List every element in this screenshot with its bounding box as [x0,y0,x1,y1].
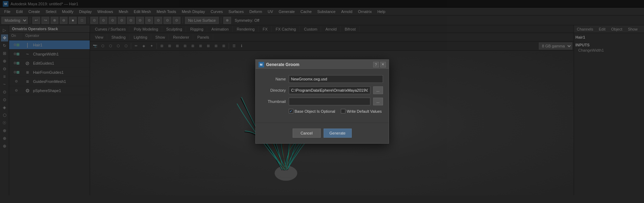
dialog-footer: Cancel Generate [256,123,389,143]
dialog-name-input[interactable] [289,75,383,83]
generate-button[interactable]: Generate [324,129,352,138]
dialog-directory-row: Directory ... [261,86,383,94]
dialog-body: Name Directory ... Thumbnail ... Base Ob… [256,70,389,123]
dialog-title-buttons: ? ✕ [373,62,386,67]
modal-overlay: M Generate Groom ? ✕ Name Directory ... [0,0,644,203]
write-defaults-checkbox-item: Write Default Values [341,109,382,113]
base-object-checkbox[interactable] [289,109,293,113]
write-defaults-checkbox[interactable] [341,109,345,113]
dialog-directory-label: Directory [261,88,286,92]
dialog-title-left: M Generate Groom [259,62,300,67]
write-defaults-label: Write Default Values [347,109,382,113]
dialog-thumbnail-row: Thumbnail ... [261,98,383,105]
dialog-titlebar: M Generate Groom ? ✕ [256,60,389,70]
dialog-help-btn[interactable]: ? [373,62,379,67]
dialog-directory-browse-btn[interactable]: ... [373,86,383,94]
dialog-thumbnail-input[interactable] [289,98,370,105]
dialog-title-text: Generate Groom [266,62,300,67]
dialog-name-row: Name [261,75,383,83]
generate-groom-dialog: M Generate Groom ? ✕ Name Directory ... [255,59,389,144]
dialog-maya-icon: M [259,62,264,67]
base-object-checkbox-item: Base Object Is Optional [289,109,336,113]
dialog-close-btn[interactable]: ✕ [380,62,386,67]
dialog-directory-input[interactable] [289,86,370,94]
dialog-thumbnail-browse-btn[interactable]: ... [373,98,383,105]
base-object-checkbox-label: Base Object Is Optional [295,109,336,113]
dialog-name-label: Name [261,77,286,81]
dialog-thumbnail-label: Thumbnail [261,99,286,104]
dialog-checkbox-row: Base Object Is Optional Write Default Va… [261,109,383,113]
cancel-button[interactable]: Cancel [293,129,321,138]
